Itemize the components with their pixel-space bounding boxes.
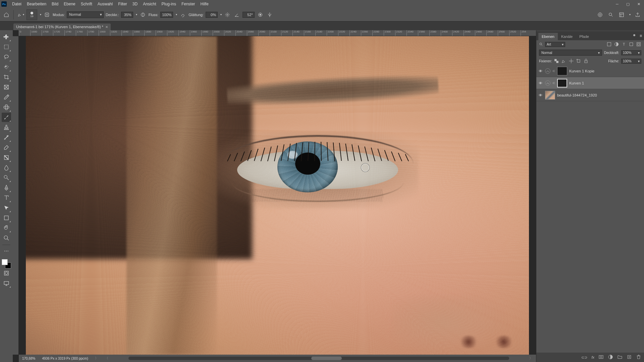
type-tool[interactable] xyxy=(2,193,11,202)
cloud-docs-icon[interactable] xyxy=(596,11,604,18)
document-tab[interactable]: Unbenannt-1 bei 171% (Kurven 1, Ebenenma… xyxy=(13,23,111,30)
share-icon[interactable] xyxy=(634,11,641,18)
maximize-button[interactable]: ▢ xyxy=(623,0,633,8)
opacity-chevron-icon[interactable]: ▾ xyxy=(136,13,137,16)
lock-nesting-icon[interactable] xyxy=(576,58,581,64)
layer-row[interactable]: 👁⊂Kurven 1 Kopie xyxy=(536,65,644,77)
marquee-tool[interactable] xyxy=(2,42,11,52)
history-brush-tool[interactable] xyxy=(2,133,11,142)
gradient-tool[interactable] xyxy=(2,153,11,162)
layer-opacity-input[interactable]: 100%▾ xyxy=(621,50,641,55)
healing-tool[interactable] xyxy=(2,103,11,112)
angle-input[interactable]: 52° xyxy=(243,12,255,18)
flow-input[interactable]: 100% xyxy=(160,12,173,18)
canvas[interactable] xyxy=(19,36,536,355)
brush-tool[interactable] xyxy=(2,113,11,122)
edit-toolbar-icon[interactable]: ⋯ xyxy=(2,246,11,256)
layer-filter-select[interactable]: Art▾ xyxy=(545,42,565,47)
menu-layer[interactable]: Ebene xyxy=(61,0,78,8)
tab-paths[interactable]: Pfade xyxy=(576,33,592,40)
move-tool[interactable] xyxy=(2,32,11,42)
filter-type-icon[interactable]: T xyxy=(621,42,627,47)
ruler-vertical[interactable] xyxy=(13,36,19,355)
delete-layer-icon[interactable] xyxy=(636,354,641,360)
lock-pixels-icon[interactable] xyxy=(561,58,567,64)
filter-shape-icon[interactable] xyxy=(629,42,634,47)
menu-select[interactable]: Auswahl xyxy=(95,0,115,8)
doc-info[interactable]: 4936 Px x 3319 Px (300 ppcm) xyxy=(42,357,88,360)
search-icon[interactable] xyxy=(607,11,614,18)
link-layers-icon[interactable]: ⊂⊃ xyxy=(581,355,587,360)
brush-preset-picker[interactable]: 19 xyxy=(26,9,37,20)
tool-preset-icon[interactable]: ▾ xyxy=(17,11,24,18)
horizontal-scrollbar[interactable] xyxy=(128,357,509,360)
visibility-toggle-icon[interactable]: 👁 xyxy=(538,81,543,85)
angle-icon[interactable] xyxy=(233,11,240,18)
foreground-color-swatch[interactable] xyxy=(2,259,8,265)
crop-tool[interactable] xyxy=(2,72,11,82)
menu-edit[interactable]: Bearbeiten xyxy=(24,0,49,8)
quickmask-icon[interactable] xyxy=(2,268,11,278)
layer-name[interactable]: Kurven 1 Kopie xyxy=(569,69,594,73)
flow-chevron-icon[interactable]: ▾ xyxy=(176,13,177,16)
layer-name[interactable]: Kurven 1 xyxy=(569,81,584,85)
dodge-tool[interactable] xyxy=(2,173,11,182)
menu-view[interactable]: Ansicht xyxy=(140,0,159,8)
adjustment-layer-icon[interactable] xyxy=(545,80,550,86)
stamp-tool[interactable] xyxy=(2,123,11,132)
filter-pixel-icon[interactable] xyxy=(606,42,612,47)
mask-link-icon[interactable]: ⊂ xyxy=(552,69,555,73)
menu-filter[interactable]: Filter xyxy=(115,0,130,8)
eyedropper-tool[interactable] xyxy=(2,93,11,102)
panel-menu-icon[interactable]: ≡ xyxy=(640,34,642,38)
blend-mode-select[interactable]: Normal xyxy=(67,11,104,18)
menu-file[interactable]: Datei xyxy=(9,0,24,8)
smoothing-input[interactable]: 0% xyxy=(206,12,218,18)
frame-tool[interactable] xyxy=(2,82,11,92)
eraser-tool[interactable] xyxy=(2,143,11,152)
layer-name[interactable]: beautiful-1844724_1920 xyxy=(557,93,597,97)
tab-layers[interactable]: Ebenen xyxy=(538,33,558,40)
quick-select-tool[interactable] xyxy=(2,62,11,72)
close-button[interactable]: ✕ xyxy=(633,0,644,8)
brush-settings-icon[interactable] xyxy=(43,11,51,18)
add-mask-icon[interactable] xyxy=(598,354,604,360)
blur-tool[interactable] xyxy=(2,163,11,172)
home-icon[interactable] xyxy=(3,11,10,18)
menu-window[interactable]: Fenster xyxy=(179,0,198,8)
new-adjustment-icon[interactable] xyxy=(608,354,613,360)
lasso-tool[interactable] xyxy=(2,52,11,62)
adjustment-layer-icon[interactable] xyxy=(545,68,550,74)
layer-row[interactable]: 👁beautiful-1844724_1920 xyxy=(536,89,644,101)
zoom-tool[interactable] xyxy=(2,233,11,243)
visibility-toggle-icon[interactable]: 👁 xyxy=(538,93,543,97)
layer-fx-icon[interactable]: fx xyxy=(591,355,594,359)
brush-preset-chevron-icon[interactable]: ▾ xyxy=(40,13,41,16)
pressure-size-icon[interactable] xyxy=(257,11,264,18)
shape-tool[interactable] xyxy=(2,213,11,223)
filter-smartobj-icon[interactable] xyxy=(636,42,641,47)
smoothing-chevron-icon[interactable]: ▾ xyxy=(220,13,222,16)
layer-fill-input[interactable]: 100%▾ xyxy=(621,59,641,64)
pressure-opacity-icon[interactable] xyxy=(139,11,147,18)
airbrush-icon[interactable] xyxy=(179,11,186,18)
workspace-icon[interactable] xyxy=(618,11,625,18)
screenmode-icon[interactable] xyxy=(2,279,11,288)
layer-row[interactable]: 👁⊂Kurven 1 xyxy=(536,77,644,89)
lock-position-icon[interactable] xyxy=(569,58,574,64)
lock-transparency-icon[interactable] xyxy=(554,58,559,64)
lock-all-icon[interactable] xyxy=(583,58,589,64)
menu-plugins[interactable]: Plug-ins xyxy=(159,0,179,8)
zoom-level[interactable]: 170,68% xyxy=(22,357,35,360)
menu-help[interactable]: Hilfe xyxy=(198,0,211,8)
new-layer-icon[interactable] xyxy=(627,354,632,360)
menu-type[interactable]: Schrift xyxy=(78,0,95,8)
mask-link-icon[interactable]: ⊂ xyxy=(552,81,555,85)
menu-3d[interactable]: 3D xyxy=(130,0,140,8)
layer-blend-mode-select[interactable]: Normal▾ xyxy=(539,50,602,56)
path-select-tool[interactable] xyxy=(2,203,11,213)
opacity-input[interactable]: 35% xyxy=(121,12,133,18)
color-swatches[interactable] xyxy=(2,259,11,268)
layer-thumbnail[interactable] xyxy=(557,67,567,75)
symmetry-icon[interactable] xyxy=(266,11,273,18)
